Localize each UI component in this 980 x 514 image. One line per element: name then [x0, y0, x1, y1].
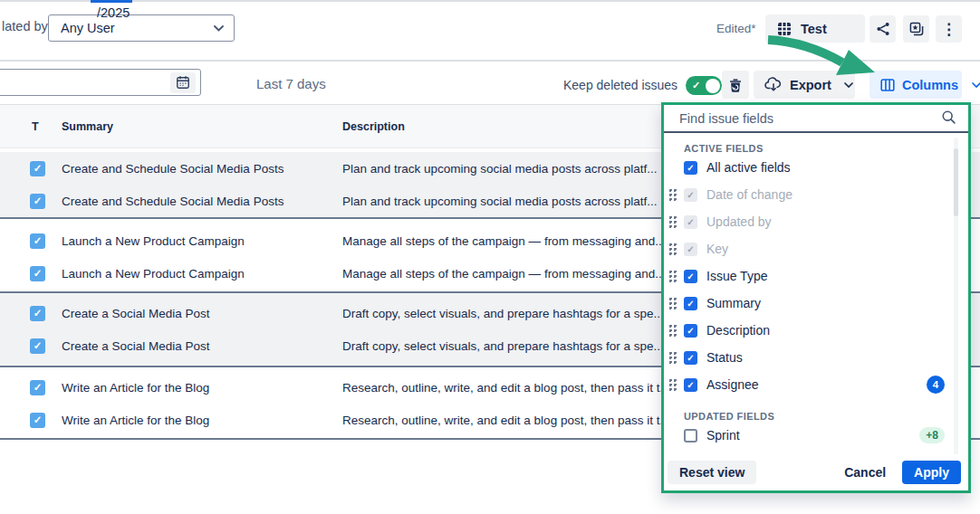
- kebab-menu-icon: ⋮: [941, 22, 956, 37]
- field-item-description[interactable]: Description: [664, 317, 968, 344]
- checkbox-disabled: [684, 188, 697, 202]
- section-title-active-fields: ACTIVE FIELDS: [684, 143, 968, 154]
- export-button[interactable]: Export: [754, 71, 855, 99]
- drag-handle-icon[interactable]: [668, 188, 677, 202]
- cloud-download-icon: [764, 77, 783, 92]
- column-header-type: T: [0, 120, 62, 133]
- field-item-summary[interactable]: Summary: [664, 290, 968, 317]
- trash-restore-icon: [728, 78, 743, 92]
- toggle-knob: [706, 79, 720, 93]
- chevron-down-icon: [972, 82, 980, 88]
- checkbox-checked[interactable]: [684, 297, 697, 310]
- share-icon: [876, 22, 890, 36]
- field-item-sprint[interactable]: Sprint +8: [664, 422, 968, 449]
- summary-cell: Create and Schedule Social Media Posts: [62, 162, 342, 176]
- save-view-star-icon: [909, 22, 924, 36]
- row-checkbox[interactable]: [30, 194, 45, 209]
- date-value: /2025: [97, 5, 130, 20]
- user-filter-value: Any User: [61, 21, 214, 35]
- user-filter-select[interactable]: Any User: [48, 14, 235, 42]
- view-name-button[interactable]: Test: [765, 14, 865, 43]
- delete-history-button[interactable]: [722, 71, 749, 99]
- panel-footer: Reset view Cancel Apply: [664, 454, 968, 490]
- row-checkbox[interactable]: [30, 380, 45, 395]
- summary-cell: Write an Article for the Blog: [62, 414, 342, 427]
- section-title-updated-fields: UPDATED FIELDS: [684, 411, 968, 422]
- cancel-button[interactable]: Cancel: [835, 465, 895, 480]
- checkbox-disabled: [684, 215, 697, 229]
- top-divider: [0, 0, 980, 2]
- columns-button[interactable]: Columns: [870, 71, 962, 99]
- export-label: Export: [790, 78, 831, 92]
- chevron-down-icon: [214, 25, 224, 32]
- date-range-input[interactable]: [0, 69, 201, 96]
- row-checkbox[interactable]: [30, 338, 45, 354]
- field-item-updated-by: Updated by: [664, 208, 968, 235]
- date-range-label: Last 7 days: [256, 76, 326, 91]
- row-checkbox[interactable]: [30, 413, 45, 428]
- field-list: ACTIVE FIELDS All active fields Date of …: [664, 143, 968, 449]
- field-item-key: Key: [664, 235, 968, 262]
- field-search-row: [664, 105, 968, 133]
- summary-cell: Launch a New Product Campaign: [62, 234, 342, 248]
- checkbox-unchecked[interactable]: [684, 429, 697, 443]
- apply-button[interactable]: Apply: [902, 461, 961, 484]
- active-tab-indicator: [91, 0, 132, 3]
- panel-scrollbar-thumb[interactable]: [954, 148, 958, 216]
- summary-cell: Create a Social Media Post: [62, 307, 342, 320]
- summary-cell: Create a Social Media Post: [62, 339, 342, 353]
- field-item-status[interactable]: Status: [664, 344, 968, 371]
- drag-handle-icon[interactable]: [668, 215, 677, 229]
- drag-handle-icon[interactable]: [668, 351, 677, 365]
- assignee-count-badge: 4: [927, 376, 945, 394]
- summary-cell: Launch a New Product Campaign: [62, 267, 342, 281]
- keep-deleted-toggle[interactable]: ✓: [686, 76, 722, 95]
- columns-label: Columns: [902, 78, 958, 92]
- checkbox-checked[interactable]: [684, 161, 697, 175]
- field-item-assignee[interactable]: Assignee 4: [664, 371, 968, 398]
- updated-by-label: lated by:: [2, 19, 52, 33]
- summary-cell: Create and Schedule Social Media Posts: [62, 195, 342, 208]
- field-item-date-of-change: Date of change: [664, 181, 968, 208]
- keep-deleted-label: Keep deleted issues: [563, 78, 677, 92]
- row-divider: [0, 60, 980, 62]
- row-checkbox[interactable]: [30, 233, 45, 249]
- columns-panel: ACTIVE FIELDS All active fields Date of …: [661, 102, 971, 493]
- calendar-icon: [176, 75, 190, 90]
- drag-handle-icon[interactable]: [668, 270, 677, 283]
- summary-cell: Write an Article for the Blog: [62, 381, 342, 395]
- field-item-all-active-fields[interactable]: All active fields: [664, 154, 968, 181]
- row-checkbox[interactable]: [30, 266, 45, 281]
- grid-view-icon: [777, 22, 792, 36]
- view-name-label: Test: [801, 22, 827, 36]
- row-checkbox[interactable]: [30, 161, 45, 176]
- drag-handle-icon[interactable]: [668, 297, 677, 310]
- row-checkbox[interactable]: [30, 306, 45, 321]
- edited-status-label: Edited*: [716, 22, 756, 35]
- chevron-down-icon: [844, 82, 853, 88]
- columns-icon: [880, 78, 895, 92]
- drag-handle-icon[interactable]: [668, 324, 677, 338]
- calendar-button[interactable]: [170, 72, 196, 93]
- search-icon: [941, 109, 956, 125]
- toggle-check-icon: ✓: [692, 80, 700, 91]
- drag-handle-icon[interactable]: [668, 378, 677, 392]
- checkbox-checked[interactable]: [684, 351, 697, 365]
- save-view-button[interactable]: [903, 15, 929, 43]
- field-search-input[interactable]: [677, 108, 926, 129]
- checkbox-checked[interactable]: [684, 324, 697, 338]
- column-header-summary: Summary: [62, 120, 342, 133]
- reset-view-button[interactable]: Reset view: [668, 461, 756, 484]
- checkbox-checked[interactable]: [684, 270, 697, 283]
- sprint-more-badge: +8: [919, 427, 945, 443]
- issue-history-screen: lated by: Any User Edited* Test ⋮ /202: [0, 0, 980, 514]
- drag-handle-icon[interactable]: [668, 243, 677, 256]
- share-button[interactable]: [870, 15, 896, 43]
- checkbox-checked[interactable]: [684, 378, 697, 392]
- more-actions-button[interactable]: ⋮: [936, 15, 962, 43]
- checkbox-disabled: [684, 243, 697, 256]
- field-item-issue-type[interactable]: Issue Type: [664, 262, 968, 290]
